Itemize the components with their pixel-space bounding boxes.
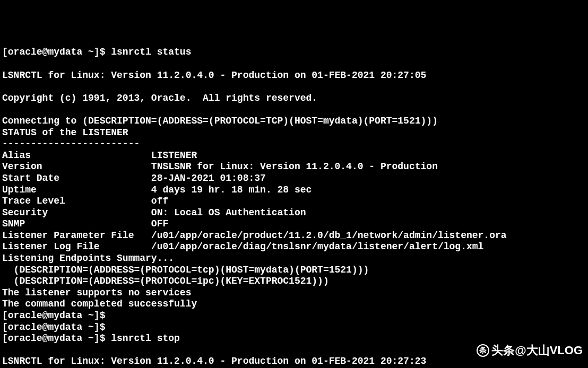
- command-input: lsnrctl status: [111, 47, 191, 57]
- endpoint-line: (DESCRIPTION=(ADDRESS=(PROTOCOL=tcp)(HOS…: [2, 265, 369, 275]
- connecting-line: Connecting to (DESCRIPTION=(ADDRESS=(PRO…: [2, 116, 438, 126]
- prompt: [oracle@mydata ~]$: [2, 310, 111, 321]
- watermark-text: 头条@大山VLOG: [491, 344, 583, 357]
- version-row: Version TNSLSNR for Linux: Version 11.2.…: [2, 161, 438, 172]
- trace-row: Trace Level off: [2, 196, 168, 206]
- terminal-output[interactable]: [oracle@mydata ~]$ lsnrctl status LSNRCT…: [2, 47, 586, 368]
- snmp-row: SNMP OFF: [2, 218, 168, 229]
- param-file-row: Listener Parameter File /u01/app/oracle/…: [2, 230, 507, 241]
- version-line: LSNRCTL for Linux: Version 11.2.0.4.0 - …: [2, 70, 426, 81]
- no-services-line: The listener supports no services: [2, 287, 191, 298]
- separator-line: ------------------------: [2, 138, 140, 149]
- security-row: Security ON: Local OS Authentication: [2, 207, 306, 218]
- prompt: [oracle@mydata ~]$: [2, 47, 111, 57]
- prompt: [oracle@mydata ~]$: [2, 322, 111, 332]
- uptime-row: Uptime 4 days 19 hr. 18 min. 28 sec: [2, 185, 312, 195]
- endpoints-summary: Listening Endpoints Summary...: [2, 253, 174, 264]
- command-input: lsnrctl stop: [111, 333, 180, 344]
- prompt: [oracle@mydata ~]$: [2, 333, 111, 344]
- alias-row: Alias LISTENER: [2, 150, 197, 161]
- version-line: LSNRCTL for Linux: Version 11.2.0.4.0 - …: [2, 356, 426, 366]
- watermark-icon: 条: [477, 344, 489, 357]
- startdate-row: Start Date 28-JAN-2021 01:08:37: [2, 173, 266, 183]
- endpoint-line: (DESCRIPTION=(ADDRESS=(PROTOCOL=ipc)(KEY…: [2, 276, 329, 286]
- log-file-row: Listener Log File /u01/app/oracle/diag/t…: [2, 241, 483, 252]
- copyright-line: Copyright (c) 1991, 2013, Oracle. All ri…: [2, 93, 317, 103]
- completed-line: The command completed successfully: [2, 299, 197, 309]
- status-header: STATUS of the LISTENER: [2, 127, 128, 138]
- watermark: 条 头条@大山VLOG: [477, 344, 583, 357]
